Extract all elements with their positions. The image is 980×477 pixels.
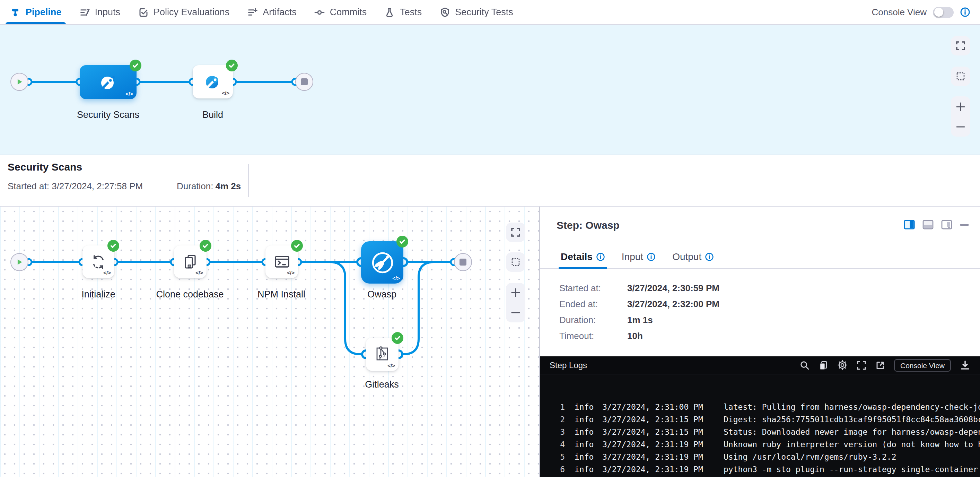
tab-details[interactable]: Details [561,251,605,268]
stage-graph-edges [0,25,980,155]
stage-node-security-scans[interactable]: </> [80,65,137,99]
step-node-initialize[interactable]: </> [83,246,115,278]
log-line-number: 4 [557,438,565,451]
log-message: python3 -m sto_plugin --run-strategy sin… [724,463,980,475]
step-panel-tabs: Details Input Output [540,242,980,269]
success-badge-icon [130,60,142,72]
detail-value: 3/27/2024, 2:32:00 PM [627,296,719,312]
step-label: Initialize [81,289,115,300]
lower-split: </> Initialize </> Clone codebase [0,207,980,477]
download-icon[interactable] [960,360,970,370]
detail-label: Timeout: [559,328,627,344]
console-view-button[interactable]: Console View [894,359,951,371]
step-node-gitleaks[interactable]: </> [366,338,399,371]
tab-inputs[interactable]: Inputs [79,0,121,24]
success-badge-icon [226,60,238,72]
stage-info-bar: Security Scans Started at: 3/27/2024, 2:… [0,155,980,207]
search-icon[interactable] [800,360,810,370]
step-label: Clone codebase [156,289,224,300]
layout-floating-panel-icon[interactable] [941,220,952,230]
toggle-knob [934,8,943,17]
stage-canvas-select-button[interactable] [951,67,970,86]
step-logs-section: Step Logs Console View 1info3/27/2024, 2… [540,356,980,477]
fullscreen-icon[interactable] [857,360,866,370]
step-canvas-select-button[interactable] [506,252,525,272]
step-end-node [454,253,472,271]
log-line-number: 5 [557,451,565,463]
tab-artifacts[interactable]: Artifacts [247,0,297,24]
log-line: 2info3/27/2024, 2:31:15 PMDigest: sha256… [557,413,980,426]
step-node-owasp[interactable]: </> [361,241,403,284]
stage-graph-canvas[interactable]: </> Security Scans </> Build [0,25,980,155]
step-start-node [10,253,29,271]
tab-label: Tests [400,7,422,18]
success-badge-icon [107,240,119,252]
success-badge-icon [200,240,212,252]
log-line: 4info3/27/2024, 2:31:19 PMUnknown ruby i… [557,438,980,451]
code-tag-icon: </> [392,275,400,281]
settings-gear-icon[interactable] [837,360,848,370]
owasp-icon [368,248,397,277]
log-level: info [574,438,595,451]
log-level: info [574,451,595,463]
tab-output[interactable]: Output [672,251,714,268]
step-logs-toolbar: Console View [800,359,970,371]
stage-node-build[interactable]: </> [192,65,233,99]
gitleaks-icon [372,345,392,364]
console-view-toggle[interactable] [933,6,954,18]
fullscreen-icon [956,41,966,51]
tab-input[interactable]: Input [622,251,655,268]
tab-label: Input [622,251,643,262]
layout-bottom-panel-icon[interactable] [923,220,934,230]
log-timestamp: 3/27/2024, 2:31:19 PM [602,451,717,463]
tab-label: Commits [330,7,367,18]
log-message: Digest: sha256:7755011cdb13caf9f95051f8c… [724,413,980,426]
log-line: 5info3/27/2024, 2:31:19 PMUsing /usr/loc… [557,451,980,463]
stop-icon [460,258,466,266]
zoom-in-icon[interactable] [511,288,520,298]
stage-canvas-fullscreen-button[interactable] [951,36,970,56]
open-in-new-icon[interactable] [875,360,885,370]
layout-right-panel-icon[interactable] [904,220,915,230]
stage-end-node [295,73,313,91]
fullscreen-icon [511,227,520,237]
pipeline-icon [10,6,21,18]
stage-label: Security Scans [77,110,139,120]
success-badge-icon [391,332,403,344]
step-label: Owasp [368,289,396,300]
zoom-in-icon[interactable] [956,102,966,111]
step-graph-canvas[interactable]: </> Initialize </> Clone codebase [0,207,540,477]
copy-icon[interactable] [819,360,828,370]
log-line-number: 3 [557,426,565,438]
tab-policy-evaluations[interactable]: Policy Evaluations [138,0,229,24]
inputs-icon [79,6,90,18]
step-node-npm-install[interactable]: </> [266,246,298,278]
nav-right: Console View [872,6,970,18]
detail-label: Duration: [559,312,627,328]
log-line-number: 1 [557,401,565,413]
step-logs-body[interactable]: 1info3/27/2024, 2:31:00 PMlatest: Pullin… [540,374,980,477]
play-icon [15,78,24,86]
tab-label: Pipeline [25,7,62,18]
zoom-out-icon[interactable] [511,308,520,317]
info-icon[interactable] [960,7,970,18]
zoom-out-icon[interactable] [956,122,966,131]
log-timestamp: 3/27/2024, 2:31:19 PM [602,463,717,475]
step-canvas-fullscreen-button[interactable] [506,223,525,242]
stage-info-title: Security Scans [8,161,82,172]
info-icon [596,252,605,261]
log-level: info [574,463,595,475]
execution-tabs: Pipeline Inputs Policy Evaluations Artif… [10,0,513,24]
step-node-clone-codebase[interactable]: </> [174,246,207,278]
app-root: Pipeline Inputs Policy Evaluations Artif… [0,0,980,477]
detail-value: 1m 1s [627,312,653,328]
tab-label: Policy Evaluations [154,7,229,18]
code-tag-icon: </> [126,91,133,97]
tab-commits[interactable]: Commits [314,0,367,24]
tab-pipeline[interactable]: Pipeline [10,0,62,24]
tab-tests[interactable]: Tests [384,0,422,24]
selection-icon [955,71,966,81]
stage-duration-label: Duration: [177,181,213,191]
tab-security-tests[interactable]: Security Tests [439,0,513,24]
minimize-panel-icon[interactable] [960,220,969,229]
